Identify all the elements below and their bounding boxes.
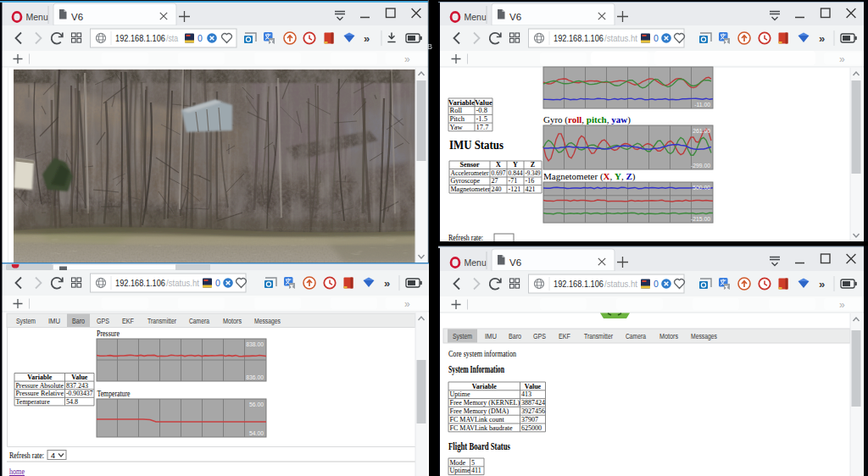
svg-text:EKF: EKF — [559, 332, 570, 340]
svg-text:5: 5 — [471, 459, 475, 467]
svg-text:3887424: 3887424 — [521, 399, 545, 407]
svg-text:837.243: 837.243 — [66, 382, 88, 390]
svg-text:Value: Value — [525, 383, 542, 390]
svg-text:IMU: IMU — [48, 317, 60, 325]
svg-text:Baro: Baro — [509, 332, 521, 340]
svg-text:Refresh rate:: Refresh rate: — [9, 450, 44, 460]
svg-text:413: 413 — [521, 390, 531, 398]
svg-text:Menu: Menu — [465, 257, 487, 268]
svg-text:56.00: 56.00 — [249, 401, 264, 407]
svg-text:Sensor: Sensor — [459, 161, 480, 169]
svg-text:Menu: Menu — [465, 12, 487, 22]
svg-text:Messages: Messages — [254, 317, 281, 325]
svg-text:Accelerometer: Accelerometer — [451, 169, 489, 177]
svg-text:Camera: Camera — [626, 332, 646, 340]
svg-text:»: » — [819, 278, 825, 291]
svg-text:Z: Z — [531, 161, 535, 169]
svg-text:Pressure Relative: Pressure Relative — [16, 390, 64, 397]
svg-text:Pressure Absolute: Pressure Absolute — [16, 382, 64, 390]
svg-text:System Information: System Information — [448, 363, 504, 375]
svg-text:Uptime: Uptime — [450, 390, 470, 398]
svg-text:500.00: 500.00 — [693, 185, 710, 191]
svg-text:-0.903437: -0.903437 — [66, 390, 93, 397]
svg-text:»: » — [384, 277, 390, 290]
svg-text:V6: V6 — [71, 12, 83, 22]
svg-text:/status.ht: /status.ht — [604, 33, 637, 43]
svg-text:Yaw: Yaw — [450, 123, 464, 131]
svg-text:0: 0 — [215, 278, 220, 288]
svg-text:261.00: 261.00 — [693, 128, 710, 134]
svg-text:-121: -121 — [509, 185, 521, 193]
svg-text:Temperature: Temperature — [97, 388, 131, 398]
svg-text:0: 0 — [654, 33, 659, 43]
svg-text:240: 240 — [492, 185, 502, 193]
svg-text:Variable: Variable — [448, 98, 475, 107]
svg-text:-215.00: -215.00 — [691, 216, 710, 222]
svg-text:Pitch: Pitch — [450, 114, 465, 123]
svg-text:Variable: Variable — [472, 383, 497, 390]
svg-text:-299.00: -299.00 — [691, 163, 710, 169]
svg-text:IMU: IMU — [485, 332, 497, 340]
svg-text:Variable: Variable — [27, 374, 52, 381]
svg-text:Transmitter: Transmitter — [584, 332, 613, 340]
svg-text:54.8: 54.8 — [66, 398, 78, 406]
svg-text:home: home — [9, 466, 25, 476]
svg-text:Magnetometer: Magnetometer — [451, 185, 491, 193]
svg-text:17.7: 17.7 — [476, 123, 489, 131]
svg-text:-16: -16 — [526, 177, 535, 185]
svg-text:Camera: Camera — [189, 317, 209, 325]
svg-text:V6: V6 — [509, 12, 521, 22]
svg-text:836.00: 836.00 — [246, 374, 264, 380]
svg-text:0.844: 0.844 — [509, 169, 523, 177]
svg-text:838.00: 838.00 — [246, 341, 264, 347]
svg-text:-1.5: -1.5 — [476, 114, 487, 123]
svg-text:System: System — [453, 332, 472, 340]
svg-text:Transmitter: Transmitter — [147, 317, 176, 325]
svg-text:421: 421 — [526, 185, 536, 193]
svg-text:Value: Value — [71, 374, 88, 381]
svg-text:FC MAVLink count: FC MAVLink count — [450, 416, 505, 423]
svg-text:Messages: Messages — [691, 332, 717, 340]
svg-text:37907: 37907 — [521, 416, 538, 423]
svg-text:-9.349: -9.349 — [526, 169, 541, 177]
svg-text:Mode: Mode — [450, 459, 466, 467]
svg-text:0: 0 — [198, 33, 203, 43]
svg-text:4: 4 — [51, 451, 55, 460]
svg-text:Temperature: Temperature — [16, 398, 51, 406]
svg-text:X: X — [496, 161, 501, 169]
svg-text:»: » — [364, 32, 370, 45]
svg-text:192.168.1.106: 192.168.1.106 — [554, 279, 604, 289]
svg-text:192.168.1.106: 192.168.1.106 — [115, 33, 165, 43]
svg-text:Roll: Roll — [450, 106, 463, 114]
svg-text:EKF: EKF — [122, 317, 134, 325]
svg-text:/sta: /sta — [166, 33, 178, 43]
svg-text:-71: -71 — [509, 177, 518, 185]
svg-text:Free Memory (KERNEL): Free Memory (KERNEL) — [450, 399, 520, 407]
svg-text:Refresh rate:: Refresh rate: — [448, 232, 483, 241]
svg-text:625000: 625000 — [521, 424, 542, 432]
svg-text:GPS: GPS — [97, 317, 109, 325]
svg-text:0: 0 — [654, 279, 659, 289]
svg-text:Value: Value — [475, 98, 492, 107]
svg-text:Pressure: Pressure — [97, 328, 120, 338]
svg-text:-11.00: -11.00 — [694, 102, 710, 108]
svg-text:27: 27 — [492, 177, 498, 185]
svg-text:Magnetometer (X, Y, Z): Magnetometer (X, Y, Z) — [543, 171, 636, 182]
svg-text:»: » — [819, 32, 825, 45]
svg-text:IMU Status: IMU Status — [449, 138, 504, 152]
svg-text:/status.ht: /status.ht — [604, 279, 637, 289]
svg-text:Menu: Menu — [26, 12, 48, 22]
svg-text:System: System — [16, 317, 36, 325]
svg-text:Y: Y — [513, 161, 518, 169]
svg-text:Gyroscope: Gyroscope — [451, 177, 481, 185]
svg-text:0.697: 0.697 — [492, 169, 506, 177]
svg-text:Uptime: Uptime — [450, 467, 470, 474]
svg-text:54.00: 54.00 — [249, 430, 264, 436]
svg-text:192.168.1.106: 192.168.1.106 — [554, 33, 604, 43]
svg-text:Motors: Motors — [659, 332, 678, 340]
svg-text:Motors: Motors — [223, 317, 242, 325]
svg-text:Gyro (roll, pitch, yaw): Gyro (roll, pitch, yaw) — [543, 114, 631, 125]
svg-text:Core system information: Core system information — [448, 348, 516, 358]
svg-text:192.168.1.106: 192.168.1.106 — [115, 278, 165, 288]
svg-text:Flight Board Status: Flight Board Status — [448, 440, 510, 452]
